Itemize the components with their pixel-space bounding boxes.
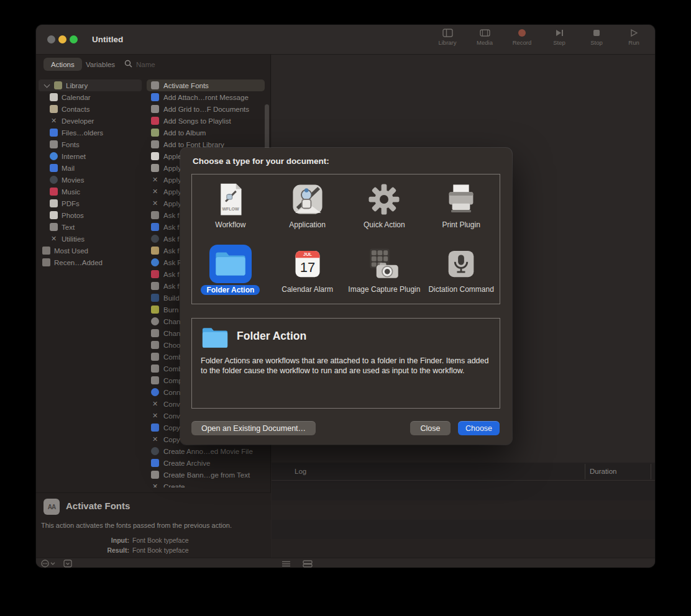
step-button[interactable]: Step bbox=[547, 29, 572, 46]
action-label: Apply bbox=[163, 188, 181, 196]
sidebar-item[interactable]: Text bbox=[36, 221, 144, 233]
choose-button[interactable]: Choose bbox=[458, 421, 500, 435]
type-dictation-command[interactable]: Dictation Command bbox=[423, 239, 500, 304]
action-list-item[interactable]: ✕ Create bbox=[147, 481, 265, 487]
type-image-capture-plugin[interactable]: Image Capture Plugin bbox=[346, 239, 423, 304]
action-icon bbox=[151, 81, 159, 89]
action-label: Conv bbox=[163, 412, 180, 420]
type-calendar-alarm[interactable]: JUL 17 Calendar Alarm bbox=[269, 239, 346, 304]
image-capture-icon bbox=[363, 245, 405, 283]
sidebar-item[interactable]: Internet bbox=[36, 150, 144, 162]
action-icon bbox=[151, 282, 159, 290]
minimize-window-icon[interactable] bbox=[58, 35, 66, 43]
action-icon bbox=[151, 270, 159, 278]
action-icon bbox=[151, 258, 159, 266]
action-icon bbox=[151, 105, 159, 113]
sidebar-item[interactable]: Files…olders bbox=[36, 127, 144, 138]
sidebar-item[interactable]: ✕ Developer bbox=[36, 115, 144, 127]
type-quick-action[interactable]: Quick Action bbox=[346, 174, 423, 239]
sidebar-item[interactable]: Movies bbox=[36, 174, 144, 186]
column-divider[interactable] bbox=[585, 464, 585, 479]
action-icon bbox=[151, 459, 159, 467]
sidebar-item[interactable]: Calendar bbox=[36, 91, 144, 103]
sidebar-item[interactable]: Photos bbox=[36, 209, 144, 221]
sidebar-item[interactable]: Most Used bbox=[36, 245, 144, 256]
svg-text:JUL: JUL bbox=[303, 251, 312, 257]
action-list-item[interactable]: Create Anno…ed Movie File bbox=[147, 445, 265, 457]
action-list-item[interactable]: Add Attach…ront Message bbox=[147, 91, 265, 103]
category-icon bbox=[50, 188, 58, 196]
column-divider[interactable] bbox=[651, 464, 651, 479]
sidebar-item[interactable]: PDFs bbox=[36, 197, 144, 209]
type-label: Quick Action bbox=[364, 220, 405, 229]
open-existing-document-button[interactable]: Open an Existing Document… bbox=[191, 421, 316, 435]
chevron-down-icon[interactable] bbox=[44, 81, 50, 88]
action-list-item[interactable]: Create Bann…ge from Text bbox=[147, 469, 265, 481]
type-print-plugin[interactable]: Print Plugin bbox=[423, 174, 500, 239]
type-folder-action[interactable]: Folder Action bbox=[192, 239, 269, 304]
sidebar-item-label: Calendar bbox=[62, 94, 91, 101]
sidebar-item[interactable]: Music bbox=[36, 186, 144, 197]
action-icon bbox=[151, 247, 159, 255]
zoom-window-icon[interactable] bbox=[70, 35, 78, 43]
printer-icon bbox=[440, 180, 482, 219]
action-icon: ✕ bbox=[151, 176, 159, 184]
log-column-header[interactable]: Log bbox=[295, 463, 306, 481]
duration-column-header[interactable]: Duration bbox=[590, 463, 616, 481]
category-icon bbox=[50, 105, 58, 113]
quick-action-gear-icon bbox=[363, 180, 405, 219]
category-icon bbox=[50, 129, 58, 137]
log-list-view-icon[interactable] bbox=[281, 559, 291, 568]
action-list-item[interactable]: Add Grid to…F Documents bbox=[147, 103, 265, 115]
type-label: Dictation Command bbox=[428, 285, 493, 294]
window-title: Untitled bbox=[92, 25, 123, 55]
search-input[interactable]: Name bbox=[124, 58, 155, 71]
application-icon bbox=[286, 180, 329, 219]
media-button[interactable]: Media bbox=[472, 29, 497, 46]
action-label: Build bbox=[163, 294, 180, 302]
close-window-icon[interactable] bbox=[47, 35, 55, 43]
media-popup-icon[interactable] bbox=[63, 559, 72, 568]
action-list-item[interactable]: Add to Album bbox=[147, 127, 265, 138]
library-sidebar: Library Calendar Contacts ✕ bbox=[36, 79, 144, 487]
log-pane: Log Duration bbox=[272, 463, 655, 558]
type-application[interactable]: Application bbox=[269, 174, 346, 239]
sidebar-item[interactable]: Mail bbox=[36, 162, 144, 174]
sidebar-item[interactable]: Fonts bbox=[36, 138, 144, 150]
run-options-menu-icon[interactable] bbox=[41, 559, 57, 568]
library-button[interactable]: Library bbox=[435, 29, 460, 46]
field-value: Font Book typeface bbox=[132, 546, 188, 554]
category-icon bbox=[50, 223, 58, 231]
sidebar-item-label: Music bbox=[62, 188, 80, 196]
tab-actions[interactable]: Actions bbox=[43, 58, 82, 71]
action-list-item[interactable]: Activate Fonts bbox=[147, 79, 265, 91]
toolbar-label: Media bbox=[477, 39, 493, 46]
sidebar-item[interactable]: Recen…Added bbox=[36, 256, 144, 268]
sidebar-item-label: Developer bbox=[62, 117, 94, 125]
action-icon bbox=[151, 424, 159, 432]
type-label-selected: Folder Action bbox=[201, 285, 260, 295]
sidebar-item[interactable]: Contacts bbox=[36, 103, 144, 115]
action-icon bbox=[151, 388, 159, 396]
action-icon bbox=[151, 140, 159, 148]
stop-button[interactable]: Stop bbox=[584, 29, 609, 46]
tab-variables[interactable]: Variables bbox=[80, 58, 121, 71]
close-button[interactable]: Close bbox=[410, 421, 451, 435]
action-icon bbox=[151, 306, 159, 314]
action-label: Apply bbox=[163, 176, 181, 184]
action-list-item[interactable]: Create Archive bbox=[147, 457, 265, 469]
step-icon bbox=[555, 29, 564, 37]
action-label: Burn bbox=[163, 306, 178, 314]
action-label: Create Bann…ge from Text bbox=[163, 471, 250, 479]
record-button[interactable]: Record bbox=[510, 29, 534, 46]
sidebar-item[interactable]: ✕ Utilities bbox=[36, 233, 144, 245]
type-description-box: Folder Action Folder Actions are workflo… bbox=[191, 318, 500, 409]
run-button[interactable]: Run bbox=[621, 29, 646, 46]
workflow-icon: WFLOW bbox=[209, 180, 252, 219]
log-panel-view-icon[interactable] bbox=[303, 559, 313, 568]
type-workflow[interactable]: WFLOW Workflow bbox=[192, 174, 269, 239]
sidebar-item-library[interactable]: Library bbox=[39, 79, 142, 91]
action-icon bbox=[151, 365, 159, 373]
action-icon: ✕ bbox=[151, 400, 159, 408]
action-list-item[interactable]: Add Songs to Playlist bbox=[147, 115, 265, 127]
